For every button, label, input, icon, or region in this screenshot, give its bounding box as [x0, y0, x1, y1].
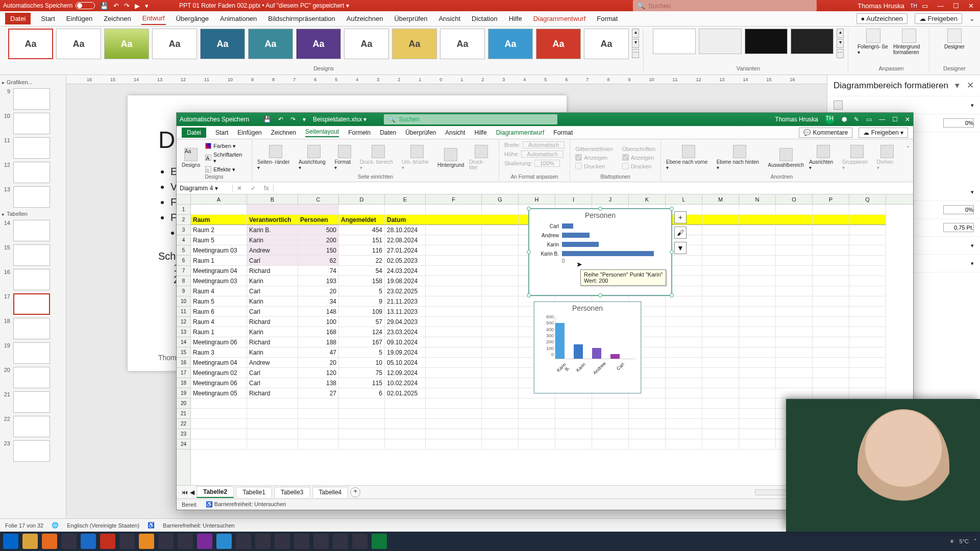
accessibility-status[interactable]: Barrierefreiheit: Untersuchen: [163, 522, 235, 529]
slide-thumb[interactable]: 10: [2, 113, 64, 134]
chart-plus-icon[interactable]: +: [674, 211, 687, 223]
xl-cell[interactable]: [247, 419, 298, 429]
xl-cell[interactable]: [426, 276, 482, 286]
xl-row-header[interactable]: 19: [177, 388, 190, 398]
xl-cell[interactable]: [776, 296, 813, 307]
xl-cell[interactable]: [191, 205, 247, 215]
xl-schriftarten-button[interactable]: ASchriftarten ▾: [205, 152, 247, 164]
xl-col-header[interactable]: K: [629, 194, 666, 204]
xl-cell[interactable]: [849, 337, 886, 347]
xl-cell[interactable]: 148: [298, 307, 339, 317]
xl-col-header[interactable]: L: [666, 194, 702, 204]
xl-row-header[interactable]: 3: [177, 225, 190, 235]
xl-cell[interactable]: [813, 256, 849, 266]
xl-cell[interactable]: 23.02.2025: [385, 286, 426, 296]
freigeben-button[interactable]: ☁ Freigeben: [915, 13, 962, 24]
xl-minimize-icon[interactable]: —: [879, 116, 885, 123]
xl-cell[interactable]: [849, 347, 886, 358]
excel-icon[interactable]: [372, 534, 387, 549]
xl-cell[interactable]: [191, 409, 247, 419]
pct-input-2[interactable]: [943, 205, 974, 214]
xl-header-cell[interactable]: Angemeldet: [339, 215, 385, 225]
xl-farben-button[interactable]: Farben ▾: [205, 143, 247, 149]
xl-cell[interactable]: 138: [298, 378, 339, 388]
xl-cell[interactable]: Andrew: [247, 245, 298, 256]
ribbon-mode-icon[interactable]: ▭: [922, 2, 928, 10]
tab-entwurf[interactable]: Entwurf: [141, 12, 166, 25]
tab-start[interactable]: Start: [40, 13, 56, 24]
xl-cell[interactable]: [298, 398, 339, 409]
xl-cell[interactable]: [849, 256, 886, 266]
xl-cell[interactable]: [739, 225, 776, 235]
gallery-down-icon[interactable]: ▾: [632, 39, 639, 48]
xl-cell[interactable]: [776, 347, 813, 358]
tray-chevron-icon[interactable]: ˄: [974, 538, 977, 545]
xl-cell[interactable]: 57: [339, 317, 385, 327]
xl-cell[interactable]: [849, 388, 886, 398]
xl-cell[interactable]: 23.03.2024: [385, 327, 426, 337]
xl-row-header[interactable]: 7: [177, 266, 190, 276]
xl-cell[interactable]: Carl: [247, 307, 298, 317]
xl-col-header[interactable]: A: [191, 194, 247, 204]
xl-cell[interactable]: 05.10.2024: [385, 358, 426, 368]
xl-ebene-hinten-button[interactable]: Ebene nach hinten ▾: [717, 145, 763, 170]
xl-row-header[interactable]: 8: [177, 276, 190, 286]
xl-cell[interactable]: [849, 205, 886, 215]
xl-cell[interactable]: [739, 286, 776, 296]
xl-cell[interactable]: [813, 286, 849, 296]
slide-thumb[interactable]: 21: [2, 391, 64, 413]
xl-cell[interactable]: [702, 205, 739, 215]
xl-tab-einfuegen[interactable]: Einfügen: [237, 129, 261, 136]
xl-header-cell[interactable]: Datum: [385, 215, 426, 225]
xl-cell[interactable]: [482, 296, 519, 307]
xl-cell[interactable]: [739, 256, 776, 266]
xl-cell[interactable]: [191, 398, 247, 409]
lang-icon[interactable]: 🌐: [52, 522, 59, 529]
xl-cell[interactable]: [702, 225, 739, 235]
xl-doc-title[interactable]: Beispieldaten.xlsx ▾: [313, 116, 366, 123]
chart-brush-icon[interactable]: 🖌: [674, 227, 687, 239]
xl-cell[interactable]: [849, 235, 886, 245]
xl-cell[interactable]: [739, 419, 776, 429]
xl-header-cell[interactable]: [849, 215, 886, 225]
xl-cell[interactable]: [813, 358, 849, 368]
xl-cell[interactable]: [666, 419, 702, 429]
xl-cell[interactable]: [555, 398, 592, 409]
xl-cell[interactable]: [813, 317, 849, 327]
xl-cell[interactable]: [666, 317, 702, 327]
xl-cell[interactable]: [385, 409, 426, 419]
xl-cell[interactable]: Carl: [247, 286, 298, 296]
xl-row-header[interactable]: 2: [177, 215, 190, 225]
xl-cell[interactable]: [666, 398, 702, 409]
xl-cell[interactable]: [739, 388, 776, 398]
slide-thumb[interactable]: 16: [2, 269, 64, 290]
xl-cell[interactable]: [739, 337, 776, 347]
xl-cell[interactable]: Raum 1: [191, 327, 247, 337]
xl-cell[interactable]: [482, 439, 519, 449]
xl-row-header[interactable]: 12: [177, 317, 190, 327]
xl-cell[interactable]: [813, 225, 849, 235]
slide-thumb[interactable]: 17: [2, 293, 64, 315]
tab-diagrammentwurf[interactable]: Diagrammentwurf: [532, 13, 587, 24]
xl-cell[interactable]: Meetingraum 03: [191, 276, 247, 286]
xl-header-cell[interactable]: Verantwortlich: [247, 215, 298, 225]
xl-col-header[interactable]: C: [298, 194, 339, 204]
xl-cell[interactable]: [426, 235, 482, 245]
xl-cell[interactable]: [776, 245, 813, 256]
xl-cell[interactable]: [555, 419, 592, 429]
xl-cell[interactable]: [702, 388, 739, 398]
tab-ansicht[interactable]: Ansicht: [437, 13, 461, 24]
xl-cell[interactable]: [702, 337, 739, 347]
xl-cell[interactable]: [666, 439, 702, 449]
xl-cell[interactable]: Richard: [247, 337, 298, 347]
xl-cell[interactable]: [666, 307, 702, 317]
slide-thumb[interactable]: 20: [2, 367, 64, 388]
xl-cell[interactable]: [702, 327, 739, 337]
minimize-icon[interactable]: —: [937, 2, 944, 10]
xl-tab-diagrammentwurf[interactable]: Diagrammentwurf: [496, 129, 545, 136]
xl-tab-start[interactable]: Start: [215, 129, 228, 136]
xl-row-header[interactable]: 23: [177, 429, 190, 439]
xl-sheet-nav-first-icon[interactable]: ⏮: [182, 489, 188, 496]
xl-cell[interactable]: [519, 439, 555, 449]
xl-format-button[interactable]: Format ▾: [334, 145, 354, 170]
